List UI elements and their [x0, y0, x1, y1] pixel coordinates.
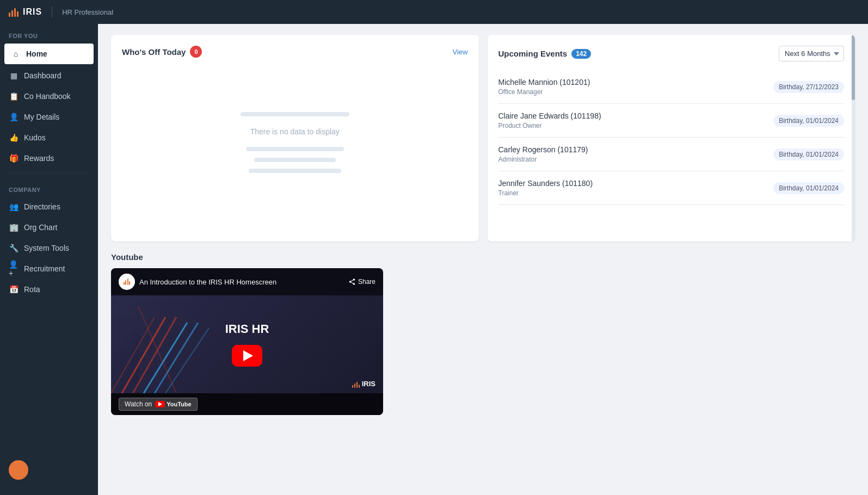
- sidebar-item-system-tools[interactable]: 🔧 System Tools: [0, 238, 98, 258]
- sidebar-item-label-dashboard: Dashboard: [24, 71, 61, 80]
- event-person-info-0: Michelle Mannion (101201) Office Manager: [498, 78, 590, 96]
- logo-text: IRIS: [23, 7, 42, 17]
- sidebar-item-dashboard[interactable]: ▦ Dashboard: [0, 65, 98, 86]
- sidebar-bottom-button[interactable]: [9, 460, 28, 480]
- yt-iris-watermark: IRIS: [352, 380, 375, 388]
- sidebar-item-rota[interactable]: 📅 Rota: [0, 279, 98, 300]
- event-badge-1: Birthday, 01/01/2024: [773, 115, 844, 127]
- whos-off-title: Who's Off Today 0: [122, 46, 202, 58]
- whos-off-no-data-text: There is no data to display: [250, 127, 340, 136]
- yt-play-icon: [158, 402, 162, 406]
- event-person-name-0: Michelle Mannion (101201): [498, 78, 590, 86]
- yt-decorative-lines: [111, 306, 220, 393]
- yt-header: An Introduction to the IRIS HR Homescree…: [111, 268, 383, 295]
- sidebar-item-home[interactable]: ⌂ Home: [4, 44, 94, 64]
- yt-main-content: IRIS HR IRIS: [111, 295, 383, 393]
- sidebar-item-label-rota: Rota: [24, 285, 40, 294]
- event-person-role-3: Trainer: [498, 189, 593, 197]
- yt-youtube-logo: YouTube: [155, 401, 191, 407]
- upcoming-events-count-badge: 142: [571, 49, 591, 59]
- yt-youtube-text: YouTube: [167, 401, 191, 407]
- sidebar-item-label-home: Home: [26, 49, 47, 58]
- svg-line-1: [133, 317, 176, 393]
- yt-play-button[interactable]: [232, 345, 262, 367]
- whos-off-header: Who's Off Today 0 View: [122, 46, 468, 58]
- sidebar-item-directories[interactable]: 👥 Directories: [0, 196, 98, 217]
- event-badge-0: Birthday, 27/12/2023: [773, 81, 844, 93]
- sidebar-item-kudos[interactable]: 👍 Kudos: [0, 127, 98, 148]
- youtube-section-title: Youtube: [111, 252, 855, 262]
- sidebar-item-label-my-details: My Details: [24, 113, 59, 121]
- yt-iris-text: IRIS: [362, 380, 375, 388]
- event-badge-3: Birthday, 01/01/2024: [773, 182, 844, 194]
- yt-icon: [155, 401, 165, 407]
- yt-footer: Watch on YouTube: [111, 393, 383, 415]
- yt-logo-circle: [119, 274, 135, 290]
- whos-off-title-text: Who's Off Today: [122, 47, 186, 57]
- skeleton-line-1: [241, 112, 349, 116]
- event-item-1: Claire Jane Edwards (101198) Product Own…: [498, 104, 845, 138]
- upcoming-events-header: Upcoming Events 142 Next 6 Months Next 3…: [498, 46, 845, 61]
- person-icon: 👤: [9, 112, 19, 122]
- event-person-name-3: Jennifer Saunders (101180): [498, 179, 593, 188]
- gift-icon: 🎁: [9, 153, 19, 163]
- layout: For You ⌂ Home ▦ Dashboard 📋 Co Handbook…: [0, 24, 868, 495]
- sidebar-item-label-rewards: Rewards: [24, 154, 54, 163]
- event-person-name-2: Carley Rogerson (101179): [498, 145, 588, 154]
- sidebar-item-label-directories: Directories: [24, 202, 60, 211]
- sidebar: For You ⌂ Home ▦ Dashboard 📋 Co Handbook…: [0, 24, 98, 495]
- event-badge-2: Birthday, 01/01/2024: [773, 148, 844, 160]
- addperson-icon: 👤+: [9, 264, 19, 274]
- yt-iris-logo-bars: [124, 279, 131, 285]
- yt-iris-bars-watermark: [352, 382, 360, 388]
- wrench-icon: 🔧: [9, 243, 19, 253]
- scroll-track: [852, 35, 855, 242]
- event-person-info-2: Carley Rogerson (101179) Administrator: [498, 145, 588, 163]
- sidebar-item-label-system-tools: System Tools: [24, 244, 69, 252]
- youtube-embed: An Introduction to the IRIS HR Homescree…: [111, 268, 383, 415]
- whos-off-card: Who's Off Today 0 View There is no data …: [111, 35, 479, 242]
- calendar-icon: 📅: [9, 284, 19, 294]
- event-person-role-1: Product Owner: [498, 122, 601, 129]
- event-person-info-1: Claire Jane Edwards (101198) Product Own…: [498, 112, 601, 129]
- home-icon: ⌂: [11, 49, 21, 59]
- yt-logo-area: An Introduction to the IRIS HR Homescree…: [119, 274, 276, 290]
- yt-watch-on-text: Watch on: [125, 400, 152, 408]
- sidebar-item-recruitment[interactable]: 👤+ Recruitment: [0, 258, 98, 279]
- event-person-role-2: Administrator: [498, 156, 588, 163]
- dashboard-icon: ▦: [9, 71, 19, 81]
- topbar: IRIS HR Professional: [0, 0, 868, 24]
- upcoming-events-title-text: Upcoming Events: [498, 49, 568, 58]
- svg-line-0: [122, 317, 165, 393]
- upcoming-events-period-dropdown[interactable]: Next 6 Months Next 3 Months Next Month N…: [779, 46, 844, 61]
- sidebar-item-org-chart[interactable]: 🏢 Org Chart: [0, 217, 98, 238]
- event-person-info-3: Jennifer Saunders (101180) Trainer: [498, 179, 593, 197]
- sidebar-item-co-handbook[interactable]: 📋 Co Handbook: [0, 86, 98, 107]
- sidebar-item-label-kudos: Kudos: [24, 133, 46, 142]
- sidebar-item-my-details[interactable]: 👤 My Details: [0, 107, 98, 127]
- skeleton-line-2: [246, 147, 344, 151]
- event-item-2: Carley Rogerson (101179) Administrator B…: [498, 138, 845, 171]
- yt-share-area: Share: [348, 278, 375, 286]
- event-item-0: Michelle Mannion (101201) Office Manager…: [498, 70, 845, 104]
- sidebar-item-rewards[interactable]: 🎁 Rewards: [0, 148, 98, 169]
- sidebar-item-label-co-handbook: Co Handbook: [24, 92, 71, 101]
- sidebar-item-label-recruitment: Recruitment: [24, 264, 65, 273]
- whos-off-no-data-area: There is no data to display: [122, 66, 468, 219]
- people-icon: 👥: [9, 202, 19, 212]
- share-icon: [348, 278, 356, 286]
- topbar-subtitle: HR Professional: [62, 8, 113, 16]
- yt-watch-on-youtube-button[interactable]: Watch on YouTube: [119, 398, 198, 411]
- thumbsup-icon: 👍: [9, 133, 19, 143]
- whos-off-count-badge: 0: [190, 46, 202, 58]
- yt-big-title: IRIS HR: [225, 322, 269, 336]
- skeleton-line-3: [254, 158, 336, 162]
- event-person-role-0: Office Manager: [498, 88, 590, 96]
- cards-row: Who's Off Today 0 View There is no data …: [111, 35, 855, 242]
- book-icon: 📋: [9, 91, 19, 101]
- sidebar-section-company: Company: [0, 178, 98, 196]
- scroll-thumb: [852, 35, 855, 100]
- logo: IRIS: [9, 7, 42, 17]
- whos-off-view-link[interactable]: View: [453, 48, 468, 56]
- youtube-section: Youtube An Introduction to t: [111, 252, 855, 415]
